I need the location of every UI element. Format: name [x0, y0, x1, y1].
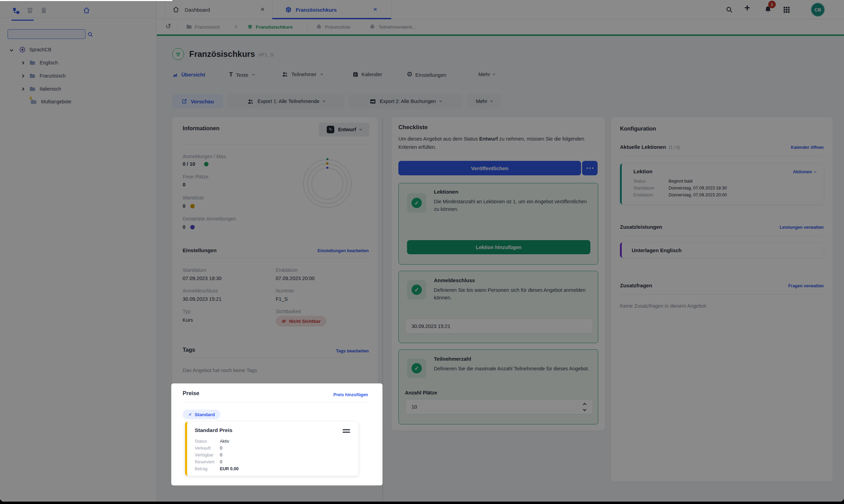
row-label: Reserviert	[195, 460, 214, 464]
price-card: Standard Preis Status Aktiv Verkauft 0 V…	[185, 422, 358, 476]
drag-handle-icon[interactable]	[343, 429, 350, 433]
row-label: Verkauft	[195, 446, 211, 451]
row-value: 0	[220, 446, 222, 451]
row-label: Status	[195, 439, 207, 444]
top-highlight-strip	[0, 0, 172, 1]
price-type-pill[interactable]: Standard	[183, 410, 220, 419]
row-value: 0	[220, 460, 222, 464]
screen: SprachCB Englisch Französisch Multiangeb…	[0, 0, 844, 504]
pin-icon	[188, 412, 192, 417]
row-value: 0	[220, 453, 222, 457]
tour-dim-overlay[interactable]	[0, 0, 844, 502]
row-label: Verfügbar	[195, 453, 213, 457]
price-card-title: Standard Preis	[195, 427, 232, 433]
row-value: Aktiv	[220, 439, 229, 444]
preise-spotlight: Preise Preis hinzufügen Standard Standar…	[171, 383, 383, 485]
row-label: Betrag	[195, 466, 207, 471]
divider	[183, 402, 369, 402]
app-window: SprachCB Englisch Französisch Multiangeb…	[0, 0, 844, 502]
section-title: Preise	[183, 390, 199, 397]
row-value: EUR 0.00	[220, 466, 238, 471]
add-price-link[interactable]: Preis hinzufügen	[333, 392, 368, 397]
